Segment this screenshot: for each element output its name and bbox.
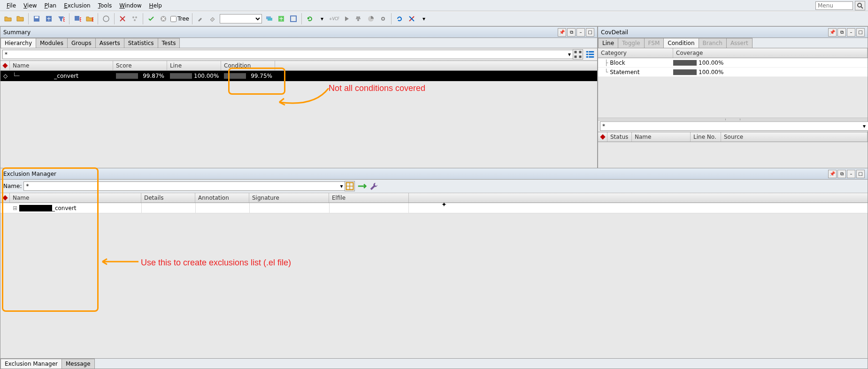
tab-tests[interactable]: Tests [158, 38, 180, 48]
tools-icon[interactable] [407, 14, 417, 24]
menu-window[interactable]: Window [115, 1, 145, 10]
expand-icon[interactable] [357, 181, 367, 191]
save-icon[interactable] [31, 14, 42, 24]
col-condition[interactable]: Condition [221, 61, 275, 70]
covd-row-block[interactable]: ├Block 100.00% [598, 58, 868, 68]
tools-dropdown-icon[interactable]: ▾ [419, 14, 429, 24]
add-green-icon[interactable]: + [276, 14, 286, 24]
tab-condition[interactable]: Condition [663, 38, 699, 48]
col-name3[interactable]: Name [10, 193, 141, 203]
maximize-icon[interactable]: □ [856, 28, 865, 37]
refresh-dropdown-icon[interactable]: ▾ [317, 14, 327, 24]
minimize-icon[interactable]: – [847, 170, 855, 178]
col-lineno[interactable]: Line No. [691, 132, 721, 142]
check-icon[interactable] [146, 14, 156, 24]
save-plus-icon[interactable]: + [44, 14, 54, 24]
covd-filter-input[interactable] [600, 121, 868, 131]
disk-ex-icon[interactable]: Ex [72, 14, 83, 24]
toolbar: + Ex Ex Ex Tree + ▾ +VCF ▾ [0, 11, 868, 26]
col-elfile[interactable]: Elfile [329, 193, 409, 203]
vcf-icon[interactable]: +VCF [329, 14, 339, 24]
marker-column[interactable] [598, 132, 607, 142]
menu-tools[interactable]: Tools [94, 1, 116, 10]
exclusion-name-input[interactable] [23, 181, 347, 191]
summary-filter-input[interactable] [2, 50, 576, 59]
tab-branch: Branch [699, 38, 727, 48]
gear-icon[interactable] [378, 14, 388, 24]
tab-hierarchy[interactable]: Hierarchy [0, 38, 36, 48]
tab-groups[interactable]: Groups [67, 38, 96, 48]
tree-checkbox[interactable]: Tree [170, 15, 189, 22]
toolbar-combo[interactable] [220, 14, 262, 23]
detach-icon[interactable]: ⧉ [567, 28, 576, 37]
tab-exclusion-manager[interactable]: Exclusion Manager [0, 359, 62, 369]
menu-view[interactable]: View [20, 1, 40, 10]
menu-help[interactable]: Help [146, 1, 166, 10]
grid-view-icon[interactable] [573, 49, 583, 60]
tab-line[interactable]: Line [598, 38, 618, 48]
col-annotation[interactable]: Annotation [195, 193, 249, 203]
pin-icon[interactable]: 📌 [558, 28, 566, 37]
tab-modules[interactable]: Modules [36, 38, 68, 48]
minimize-icon[interactable]: – [576, 28, 585, 37]
col-signature[interactable]: Signature [249, 193, 329, 203]
tab-asserts[interactable]: Asserts [95, 38, 124, 48]
row-name-suffix: _convert [54, 73, 78, 79]
col-source[interactable]: Source [721, 132, 868, 142]
pin-icon[interactable]: 📌 [828, 28, 837, 37]
cluster-icon[interactable] [130, 14, 140, 24]
menu-file[interactable]: File [3, 1, 20, 10]
exclusion-header: Exclusion Manager 📌 ⧉ – □ [0, 168, 868, 180]
globe-icon[interactable] [101, 14, 111, 24]
exclusion-row[interactable]: ⊞ _convert [0, 203, 868, 213]
eraser-icon[interactable] [207, 14, 218, 24]
exclusion-title: Exclusion Manager [3, 171, 56, 177]
covd-row-statement[interactable]: └Statement 100.00% [598, 68, 868, 77]
tab-message[interactable]: Message [61, 359, 95, 369]
maximize-icon[interactable]: □ [586, 28, 594, 37]
folder-icon[interactable] [15, 14, 25, 24]
window-icon[interactable] [288, 14, 299, 24]
marker-column[interactable] [0, 193, 10, 203]
maximize-icon[interactable]: □ [856, 170, 865, 178]
col-category[interactable]: Category [598, 48, 673, 58]
cancel-icon[interactable] [158, 14, 169, 24]
exclusion-panel: Exclusion Manager 📌 ⧉ – □ Name: ▾ Name D… [0, 168, 868, 369]
col-line[interactable]: Line [167, 61, 221, 70]
pie-icon[interactable] [366, 14, 376, 24]
col-name2[interactable]: Name [632, 132, 691, 142]
list-view-icon[interactable] [585, 49, 595, 60]
menu-search-button[interactable] [855, 1, 865, 10]
col-coverage[interactable]: Coverage [673, 48, 868, 58]
tab-toggle: Toggle [618, 38, 645, 48]
minimize-icon[interactable]: – [847, 28, 855, 37]
refresh-icon[interactable] [305, 14, 315, 24]
menu-plan[interactable]: Plan [41, 1, 61, 10]
open-folder-icon[interactable] [3, 14, 13, 24]
col-name[interactable]: Name [10, 61, 113, 70]
col-score[interactable]: Score [113, 61, 167, 70]
wave-icon[interactable] [353, 14, 364, 24]
brush-icon[interactable] [195, 14, 206, 24]
summary-title: Summary [3, 29, 31, 36]
cut-icon[interactable] [117, 14, 128, 24]
col-details[interactable]: Details [141, 193, 195, 203]
reload-blue-icon[interactable] [394, 14, 405, 24]
play-icon[interactable] [341, 14, 352, 24]
filter-ex-icon[interactable]: Ex [56, 14, 66, 24]
menu-exclusion[interactable]: Exclusion [60, 1, 94, 10]
summary-row[interactable]: ◇ └─ _convert 99.87% 100.00% 99.75% [0, 71, 597, 81]
menu-search-input[interactable] [815, 1, 853, 10]
tab-statistics[interactable]: Statistics [124, 38, 158, 48]
splitter[interactable] [598, 118, 868, 120]
layers-icon[interactable] [264, 14, 274, 24]
folder-ex-icon[interactable]: Ex [84, 14, 95, 24]
detach-icon[interactable]: ⧉ [837, 170, 846, 178]
grid-icon[interactable] [345, 181, 355, 191]
detach-icon[interactable]: ⧉ [837, 28, 846, 37]
svg-rect-36 [586, 56, 588, 58]
pin-icon[interactable]: 📌 [828, 170, 837, 178]
col-status[interactable]: Status [607, 132, 632, 142]
wrench-icon[interactable] [369, 181, 379, 191]
marker-column[interactable] [0, 61, 10, 70]
